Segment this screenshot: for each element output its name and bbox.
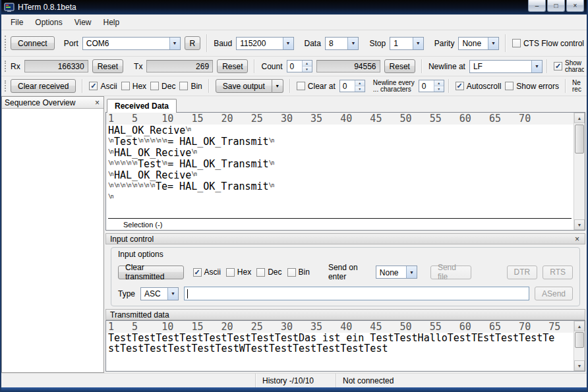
spinner-buttons: ▲ ▼	[355, 80, 365, 92]
dec-display-checkbox[interactable]: Dec	[150, 82, 175, 91]
scrollbar-thumb[interactable]	[575, 332, 584, 348]
type-select[interactable]: ASC ▼	[140, 287, 179, 300]
rx-count-display: 166330	[24, 60, 88, 72]
toolbar-grip[interactable]	[5, 36, 6, 51]
stop-bits-select[interactable]: 1 ▼	[390, 37, 424, 50]
spin-up-icon[interactable]: ▲	[303, 61, 312, 66]
show-characters-checkbox[interactable]: ✓ Show charac	[554, 60, 584, 73]
dec-input-checkbox[interactable]: Dec	[256, 267, 281, 277]
count-spinner[interactable]: 0 ▲ ▼	[287, 60, 312, 72]
spin-up-icon[interactable]: ▲	[434, 80, 444, 86]
sequence-overview-body[interactable]	[2, 109, 103, 372]
checkbox-label: CTS Flow control	[523, 39, 584, 48]
dtr-button: DTR	[507, 266, 538, 279]
received-data-body[interactable]: 1 5 10 15 20 25 30 35 40 45 50 55 60 65 …	[106, 113, 573, 230]
newline-glyph: \n	[269, 158, 275, 169]
selection-label: Selection (-)	[106, 219, 573, 230]
data-bits-select[interactable]: 8 ▼	[325, 37, 359, 50]
newline-at-select[interactable]: LF ▼	[469, 60, 543, 73]
status-history: History -/10/10	[255, 374, 336, 387]
menu-item-options[interactable]: Options	[30, 16, 67, 29]
received-scrollbar[interactable]: ▲ ▼	[573, 113, 585, 230]
rx-reset-button[interactable]: Reset	[92, 59, 123, 73]
close-button[interactable]: ×	[566, 0, 584, 12]
chevron-down-icon: ▼	[169, 38, 180, 49]
connect-button[interactable]: Connect	[11, 36, 55, 50]
clear-at-checkbox[interactable]: Clear at	[297, 82, 336, 91]
scrollbar-track[interactable]	[574, 123, 585, 219]
chevron-down-icon: ▼	[275, 84, 279, 88]
newline-glyph: \n	[108, 181, 114, 191]
spin-down-icon[interactable]: ▼	[303, 66, 312, 72]
checkbox-box: ✓	[554, 62, 562, 70]
baud-select[interactable]: 115200 ▼	[236, 37, 293, 50]
parity-select[interactable]: None ▼	[458, 37, 499, 50]
toolbar-separator	[448, 79, 450, 92]
count-total-display: 94556	[316, 60, 380, 72]
maximize-button[interactable]: □	[547, 0, 565, 12]
cts-flow-control-checkbox[interactable]: CTS Flow control	[512, 39, 584, 48]
scrollbar-track[interactable]	[574, 331, 585, 360]
toolbar-grip[interactable]	[5, 61, 6, 72]
refresh-ports-button[interactable]: R	[185, 36, 201, 50]
newline-glyph: \n	[150, 136, 156, 146]
newline-glyph: \n	[162, 136, 167, 146]
newline-glyph: \n	[126, 158, 132, 169]
send-input[interactable]	[184, 287, 529, 300]
transmitted-scrollbar[interactable]: ▲ ▼	[573, 321, 585, 371]
hex-display-checkbox[interactable]: Hex	[121, 82, 146, 91]
tx-reset-button[interactable]: Reset	[217, 59, 248, 73]
transmitted-data-body[interactable]: 1 5 10 15 20 25 30 35 40 45 50 55 60 65 …	[106, 321, 573, 371]
bin-display-checkbox[interactable]: Bin	[179, 82, 202, 91]
close-icon[interactable]: ×	[573, 235, 581, 243]
clear-transmitted-button[interactable]: Clear transmitted	[118, 266, 184, 279]
scroll-up-icon[interactable]: ▲	[574, 321, 585, 331]
scroll-up-icon[interactable]: ▲	[574, 113, 585, 123]
newline-glyph: \n	[150, 181, 156, 191]
menu-item-file[interactable]: File	[5, 16, 28, 29]
transmitted-data-header: Transmitted data	[105, 309, 585, 320]
save-output-button[interactable]: Save output	[216, 79, 272, 93]
autoscroll-checkbox[interactable]: ✓ Autoscroll	[456, 82, 502, 91]
spin-up-icon[interactable]: ▲	[355, 80, 365, 86]
scroll-down-icon[interactable]: ▼	[574, 360, 585, 371]
toolbar-separator	[206, 34, 208, 52]
newline-every-spinner[interactable]: 0 ▲ ▼	[419, 80, 444, 92]
menu-item-help[interactable]: Help	[98, 16, 125, 29]
tab-received-data[interactable]: Received Data	[107, 99, 177, 113]
save-output-dropdown-button[interactable]: ▼	[272, 79, 283, 93]
show-errors-checkbox[interactable]: Show errors	[505, 82, 559, 91]
send-file-button: Send file	[430, 266, 471, 279]
checkbox-box	[226, 268, 235, 277]
port-label: Port	[64, 39, 78, 48]
port-select[interactable]: COM6 ▼	[82, 37, 181, 50]
count-reset-button[interactable]: Reset	[384, 59, 415, 73]
sequence-overview-title: Sequence Overview	[5, 98, 75, 107]
newline-glyph: \n	[162, 158, 167, 169]
hex-input-checkbox[interactable]: Hex	[226, 267, 251, 277]
newline-glyph: \n	[144, 181, 150, 191]
send-on-enter-select[interactable]: None ▼	[376, 266, 417, 279]
bin-input-checkbox[interactable]: Bin	[287, 267, 310, 277]
scroll-down-icon[interactable]: ▼	[574, 219, 585, 230]
clear-received-button[interactable]: Clear received	[11, 79, 76, 93]
clear-at-spinner[interactable]: 0 ▲ ▼	[339, 80, 365, 92]
checkbox-label: Bin	[299, 267, 310, 277]
toolbar-grip[interactable]	[5, 80, 6, 92]
counter-toolbar: Rx 166330 Reset Tx 269 Reset Count 0 ▲ ▼…	[1, 57, 587, 76]
clear-at-value: 0	[340, 80, 355, 92]
menu-item-view[interactable]: View	[69, 16, 97, 29]
close-icon[interactable]: ×	[94, 99, 101, 107]
received-tab-bar: Received Data	[105, 96, 585, 112]
toolbar-separator	[421, 59, 423, 72]
minimize-button[interactable]: –	[528, 0, 546, 12]
title-bar[interactable]: HTerm 0.8.1beta – □ ×	[1, 0, 587, 14]
status-empty-segment	[1, 374, 255, 387]
spin-down-icon[interactable]: ▼	[355, 86, 365, 92]
ascii-input-checkbox[interactable]: ✓ Ascii	[193, 267, 221, 277]
checkbox-label: Ascii	[204, 267, 221, 277]
toolbar-separator	[505, 34, 506, 52]
spin-down-icon[interactable]: ▼	[434, 86, 444, 92]
scrollbar-thumb[interactable]	[575, 125, 584, 154]
ascii-display-checkbox[interactable]: ✓ Ascii	[89, 82, 117, 91]
